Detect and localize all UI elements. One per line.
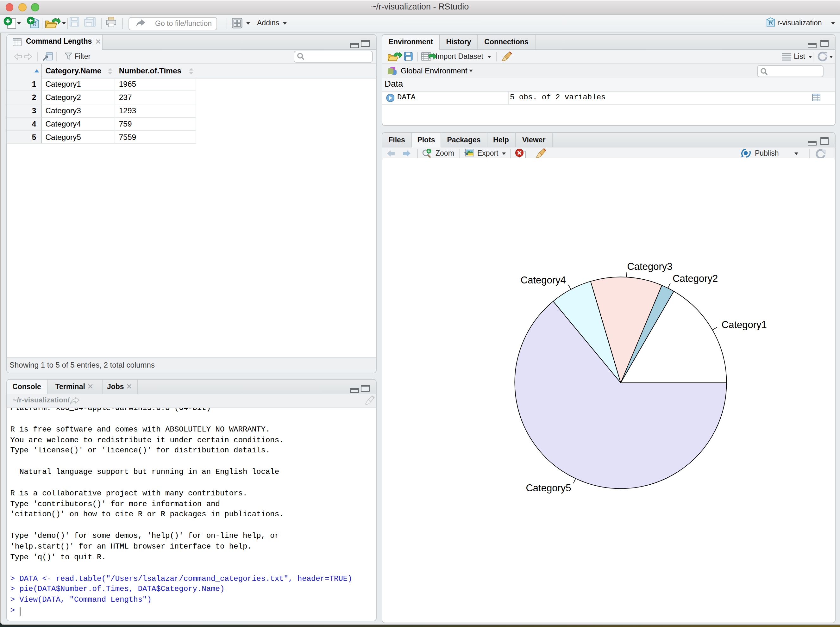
svg-text:Category3: Category3 [627, 261, 673, 272]
svg-text:R: R [769, 19, 773, 26]
svg-text:Category1: Category1 [722, 319, 767, 330]
svg-text:Category5: Category5 [526, 483, 571, 494]
svg-text:Category4: Category4 [521, 274, 566, 286]
svg-text:Category2: Category2 [673, 273, 718, 284]
